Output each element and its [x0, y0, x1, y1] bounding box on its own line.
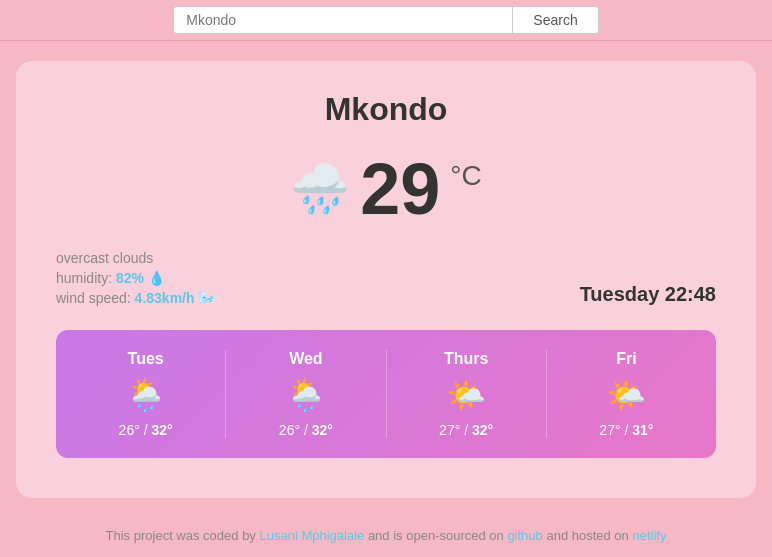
forecast-strip: Tues 🌦️ 26° / 32° Wed 🌦️ 26° / 32° Thurs…: [56, 330, 716, 458]
wind-icon: 🌬️: [198, 290, 215, 306]
wind-value: 4.83km/h: [135, 290, 195, 306]
humidity-label: humidity:: [56, 270, 112, 286]
left-details: overcast clouds humidity: 82% 💧 wind spe…: [56, 250, 215, 306]
humidity-value: 82%: [116, 270, 144, 286]
forecast-day-label: Tues: [128, 350, 164, 368]
footer-author-link[interactable]: Lusani Mphigalale: [259, 528, 364, 543]
search-bar: Mkondo Search: [0, 0, 772, 41]
wind-label: wind speed:: [56, 290, 131, 306]
temperature-row: 🌧️ 29 °C: [56, 148, 716, 230]
temperature-value: 29: [360, 148, 440, 230]
footer: This project was coded by Lusani Mphigal…: [16, 518, 756, 557]
forecast-temp-range: 26° / 32°: [279, 422, 333, 438]
city-name: Mkondo: [56, 91, 716, 128]
footer-text-before: This project was coded by: [106, 528, 260, 543]
forecast-temp-range: 27° / 31°: [599, 422, 653, 438]
forecast-day: Tues 🌦️ 26° / 32°: [66, 350, 226, 438]
search-input[interactable]: Mkondo: [173, 6, 513, 34]
wind-row: wind speed: 4.83km/h 🌬️: [56, 290, 215, 306]
temperature-unit: °C: [450, 160, 481, 192]
footer-text-middle: and is open-sourced on: [368, 528, 507, 543]
forecast-day-label: Wed: [289, 350, 322, 368]
details-row: overcast clouds humidity: 82% 💧 wind spe…: [56, 250, 716, 306]
droplet-icon: 💧: [148, 270, 165, 286]
forecast-day-label: Fri: [616, 350, 636, 368]
forecast-day: Thurs 🌤️ 27° / 32°: [387, 350, 547, 438]
datetime: Tuesday 22:48: [580, 283, 716, 306]
search-button[interactable]: Search: [513, 6, 598, 34]
footer-text-after: and hosted on: [546, 528, 632, 543]
forecast-day: Wed 🌦️ 26° / 32°: [226, 350, 386, 438]
footer-netlify-link[interactable]: netlify: [632, 528, 666, 543]
condition-text: overcast clouds: [56, 250, 215, 266]
weather-icon-main: 🌧️: [290, 161, 350, 217]
forecast-temp-range: 26° / 32°: [119, 422, 173, 438]
forecast-day: Fri 🌤️ 27° / 31°: [547, 350, 706, 438]
forecast-icon: 🌦️: [286, 376, 326, 414]
humidity-row: humidity: 82% 💧: [56, 270, 215, 286]
forecast-temp-range: 27° / 32°: [439, 422, 493, 438]
forecast-icon: 🌤️: [446, 376, 486, 414]
forecast-day-label: Thurs: [444, 350, 488, 368]
forecast-icon: 🌤️: [606, 376, 646, 414]
forecast-icon: 🌦️: [126, 376, 166, 414]
weather-card: Mkondo 🌧️ 29 °C overcast clouds humidity…: [16, 61, 756, 498]
footer-github-link[interactable]: github: [507, 528, 542, 543]
